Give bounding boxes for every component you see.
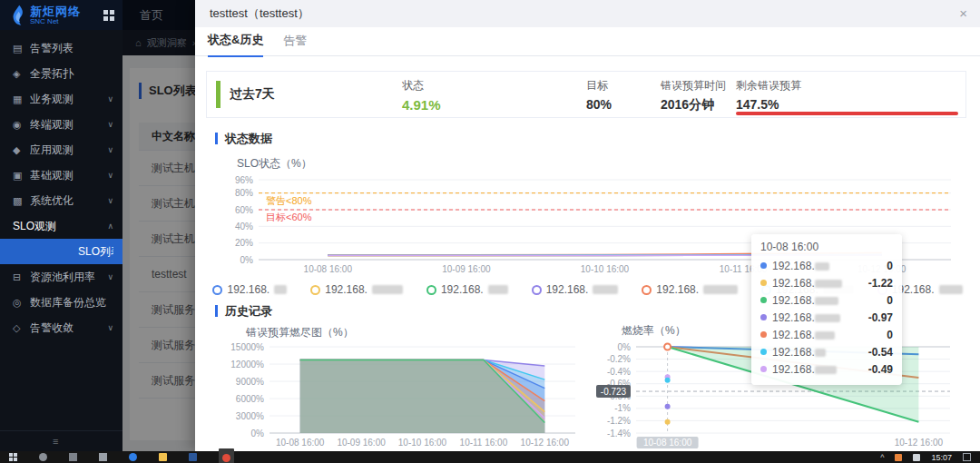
start-button[interactable] (9, 453, 17, 461)
brand-name: 新炬网络 (30, 5, 81, 17)
taskbar: ^ 15:07 (0, 451, 980, 463)
series-dot-icon (760, 331, 767, 338)
remaining-budget-bar (736, 112, 958, 115)
sidebar-item-terminal[interactable]: ◉终端观测∨ (0, 112, 122, 137)
slo-status-chart-title: SLO状态（%） (237, 156, 312, 172)
series-dot-icon (760, 297, 767, 303)
svg-text:-0.2%: -0.2% (607, 354, 631, 364)
word-icon[interactable] (189, 453, 197, 461)
legend-item[interactable]: 192.168. (310, 283, 403, 296)
close-icon[interactable]: × (959, 5, 967, 21)
blurred-text (703, 285, 738, 294)
task-view-icon[interactable] (69, 453, 77, 461)
legend-label: 192.168. (656, 283, 699, 296)
burn-rate-chart-title: 燃烧率（%） (622, 323, 686, 339)
tray-app-icon[interactable] (895, 454, 902, 461)
sidebar-item-business[interactable]: ▦业务观测∨ (0, 86, 122, 112)
svg-text:10-08 16:00: 10-08 16:00 (304, 264, 353, 274)
sidebar-collapse-icon[interactable]: ≡ (53, 436, 58, 447)
tray-network-icon[interactable] (913, 454, 920, 461)
blurred-text (815, 280, 842, 288)
sidebar-item-slo-list[interactable]: SLO列表 (0, 239, 122, 264)
tooltip-value: -1.22 (868, 277, 893, 290)
brand-logo[interactable]: 新炬网络 SNC Net (0, 5, 98, 26)
svg-text:10-10 16:00: 10-10 16:00 (581, 264, 630, 274)
brand-subtitle: SNC Net (30, 18, 81, 25)
file-explorer-icon[interactable] (159, 453, 167, 461)
tooltip-label: 192.168. (772, 294, 881, 307)
svg-text:6000%: 6000% (236, 394, 264, 404)
stat-remaining-budget: 剩余错误预算 147.5% (736, 78, 963, 112)
tooltip-row: 192.168.0 (760, 291, 893, 309)
tab-alarm[interactable]: 告警 (283, 27, 307, 56)
period-label: 过去7天 (230, 86, 275, 103)
blurred-text (274, 285, 287, 294)
sidebar-item-alarm-converge[interactable]: ◇告警收敛∨ (0, 315, 122, 340)
legend-label: 192.168. (441, 283, 484, 296)
system-optimize-icon: ▩ (13, 195, 30, 207)
sidebar-item-db-backup[interactable]: ◎数据库备份总览 (0, 290, 122, 315)
modal-header: testtest（testtest） × (195, 0, 980, 27)
svg-text:-1.4%: -1.4% (607, 429, 631, 438)
series-dot-icon (760, 349, 767, 355)
slo-detail-modal: testtest（testtest） × 状态&历史 告警 过去7天 状态 4.… (195, 0, 980, 451)
sidebar-item-label: 基础观测 (30, 168, 103, 183)
svg-text:40%: 40% (235, 222, 253, 232)
clock[interactable]: 15:07 (931, 453, 952, 462)
legend-ring-icon (426, 285, 436, 295)
svg-text:10-08 16:00: 10-08 16:00 (643, 438, 692, 448)
tooltip-label: 192.168. (772, 363, 863, 376)
tooltip-value: 0 (887, 260, 893, 272)
series-dot-icon (760, 366, 767, 372)
svg-text:警告<80%: 警告<80% (266, 195, 312, 206)
burndown-chart[interactable]: 0%3000%6000%9000%12000%15000%10-08 16:00… (217, 340, 584, 455)
sidebar-item-topology[interactable]: ◈全景拓扑 (0, 61, 122, 86)
chevron-up-icon: ∧ (107, 222, 113, 231)
alarm-list-icon: ▤ (13, 43, 30, 54)
blurred-text (815, 331, 835, 340)
sidebar-item-application[interactable]: ◆应用观测∨ (0, 137, 122, 163)
chevron-down-icon: ∨ (107, 120, 113, 129)
stat-value: 80% (586, 97, 612, 112)
sidebar-item-label: SLO观测 (13, 219, 103, 234)
apps-grid-icon[interactable] (103, 10, 114, 21)
modal-tabs: 状态&历史 告警 (195, 27, 980, 56)
legend-label: 192.168. (546, 283, 589, 296)
blurred-text (488, 285, 508, 294)
tab-status-history[interactable]: 状态&历史 (208, 26, 263, 57)
svg-text:10-12 16:00: 10-12 16:00 (521, 438, 570, 448)
summary-card: 过去7天 状态 4.91% 目标 80% 错误预算时间 2016分钟 剩余错误预… (206, 71, 966, 118)
search-icon[interactable] (39, 453, 47, 461)
mail-icon[interactable] (99, 453, 107, 461)
tooltip-row: 192.168.-0.54 (760, 343, 893, 360)
blurred-text (372, 285, 403, 294)
svg-text:60%: 60% (235, 205, 253, 215)
sidebar-item-infrastructure[interactable]: ▣基础观测∨ (0, 163, 122, 188)
edge-icon[interactable] (129, 453, 137, 461)
sidebar-item-label: 告警列表 (30, 41, 113, 56)
svg-text:9000%: 9000% (236, 377, 264, 387)
notification-center-icon[interactable] (963, 453, 971, 461)
sidebar-item-resource-pool[interactable]: ⊟资源池利用率∨ (0, 264, 122, 290)
db-backup-icon: ◎ (13, 297, 30, 309)
svg-text:10-09 16:00: 10-09 16:00 (442, 264, 491, 274)
topology-icon: ◈ (13, 68, 30, 80)
terminal-observe-icon: ◉ (13, 119, 30, 131)
blurred-text (939, 285, 963, 294)
svg-text:20%: 20% (235, 238, 253, 248)
browser-icon[interactable] (222, 454, 230, 462)
sidebar-item-slo-observe[interactable]: SLO观测∧ (0, 213, 122, 239)
sidebar-item-label: 资源池利用率 (30, 270, 103, 285)
tray-expand-icon[interactable]: ^ (880, 453, 884, 462)
legend-item[interactable]: 192.168. (532, 283, 619, 296)
legend-label: 192.168. (227, 283, 270, 296)
tooltip-label: 192.168. (772, 277, 863, 290)
sidebar-item-system-optimize[interactable]: ▩系统优化∨ (0, 188, 122, 213)
stat-label: 错误预算时间 (661, 78, 726, 94)
active-app-highlight[interactable] (219, 448, 234, 463)
sidebar-item-alarm-list[interactable]: ▤告警列表 (0, 35, 122, 61)
legend-item[interactable]: 192.168. (212, 283, 287, 296)
chevron-down-icon: ∨ (107, 171, 113, 180)
legend-item[interactable]: 192.168. (426, 283, 508, 296)
legend-item[interactable]: 192.168. (642, 283, 738, 296)
